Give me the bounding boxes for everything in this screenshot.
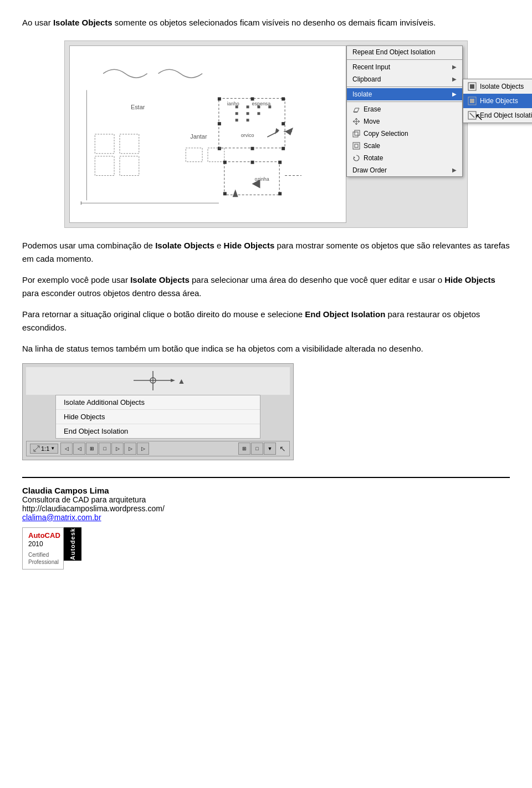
nav-btn-6[interactable]: ▷ bbox=[124, 443, 136, 455]
drawing-area: Estar Jantar bbox=[69, 45, 346, 223]
crosshair-svg bbox=[131, 368, 175, 393]
author-email[interactable]: clalima@matrix.com.br bbox=[22, 513, 510, 522]
p2-text-before: Podemos usar uma combinação de bbox=[22, 241, 155, 250]
arrow-icon: ▶ bbox=[452, 76, 457, 82]
screenshot-status-bar: ▲ Isolate Additional Objects Hide Object… bbox=[22, 363, 510, 460]
menu-item-move[interactable]: Move bbox=[347, 115, 462, 128]
intro-text-before: Ao usar bbox=[22, 18, 53, 27]
menu-item-recent[interactable]: Recent Input ▶ bbox=[347, 61, 462, 73]
intro-paragraph-1: Ao usar Isolate Objects somente os objet… bbox=[22, 17, 510, 29]
body-paragraph-2: Podemos usar uma combinação de Isolate O… bbox=[22, 239, 510, 266]
p5-text: Na linha de status temos também um botão… bbox=[22, 344, 423, 353]
status-popup-menu[interactable]: Isolate Additional Objects Hide Objects … bbox=[55, 395, 260, 439]
svg-rect-10 bbox=[282, 97, 285, 100]
badge-brand: AutoCAD bbox=[28, 531, 58, 541]
submenu-item-isolate-objects[interactable]: Isolate Objects bbox=[463, 79, 532, 94]
svg-marker-47 bbox=[354, 108, 359, 112]
p3-text-mid: para selecionar uma área do desenho que … bbox=[190, 275, 444, 284]
svg-rect-52 bbox=[355, 144, 358, 148]
svg-marker-63 bbox=[171, 379, 175, 382]
svg-rect-50 bbox=[355, 130, 360, 135]
p2-bold-isolate: Isolate Objects bbox=[155, 241, 214, 250]
footer: Claudia Campos Lima Consultora de CAD pa… bbox=[22, 477, 510, 570]
svg-rect-14 bbox=[282, 146, 285, 150]
nav-btn-1[interactable]: ◁ bbox=[60, 443, 73, 455]
author-name: Claudia Campos Lima bbox=[22, 486, 510, 495]
svg-rect-24 bbox=[247, 119, 249, 121]
nav-btn-3[interactable]: ⊞ bbox=[86, 443, 98, 455]
end-isolation-icon bbox=[468, 111, 477, 120]
scroll-arrow: ▲ bbox=[178, 377, 186, 385]
svg-line-59 bbox=[470, 113, 474, 118]
p3-bold-isolate: Isolate Objects bbox=[130, 275, 190, 284]
svg-rect-13 bbox=[218, 146, 221, 150]
badge-professional: Professional bbox=[28, 558, 58, 566]
body-paragraph-3: Por exemplo você pode usar Isolate Objec… bbox=[22, 273, 510, 300]
move-icon bbox=[352, 118, 360, 125]
status-btn-right-3[interactable]: ▼ bbox=[264, 443, 276, 455]
svg-rect-20 bbox=[236, 112, 238, 115]
menu-item-clipboard[interactable]: Clipboard ▶ bbox=[347, 73, 462, 85]
crosshair-area: ▲ bbox=[26, 367, 290, 395]
nav-btn-4[interactable]: □ bbox=[99, 443, 111, 455]
erase-icon bbox=[352, 105, 360, 113]
nav-btn-7[interactable]: ▷ bbox=[137, 443, 149, 455]
scale-indicator[interactable]: 1:1 ▼ bbox=[30, 444, 58, 454]
p4-text-before: Para retornar a situação original clique… bbox=[22, 309, 305, 319]
menu-separator-2 bbox=[347, 87, 462, 87]
copy-icon bbox=[352, 130, 360, 138]
body-paragraph-4: Para retornar a situação original clique… bbox=[22, 308, 510, 334]
nav-btn-5[interactable]: ▷ bbox=[111, 443, 124, 455]
status-right-buttons[interactable]: ⊞ □ ▼ bbox=[238, 443, 276, 455]
svg-rect-11 bbox=[218, 122, 221, 125]
status-popup-item-hide-objects[interactable]: Hide Objects bbox=[56, 410, 260, 424]
scale-icon bbox=[352, 142, 360, 150]
status-btn-right-2[interactable]: □ bbox=[251, 443, 263, 455]
svg-rect-17 bbox=[247, 105, 249, 108]
svg-text:ianho: ianho bbox=[227, 101, 239, 106]
arrow-icon: ▶ bbox=[452, 91, 457, 97]
svg-rect-38 bbox=[278, 160, 282, 164]
menu-item-copy[interactable]: Copy Selection bbox=[347, 128, 462, 140]
svg-rect-55 bbox=[470, 84, 474, 89]
submenu-item-hide-objects[interactable]: Hide Objects bbox=[463, 94, 532, 108]
svg-rect-12 bbox=[282, 122, 285, 125]
scale-icon bbox=[33, 445, 40, 452]
status-popup-item-isolate-additional[interactable]: Isolate Additional Objects bbox=[56, 395, 260, 410]
menu-item-scale[interactable]: Scale bbox=[347, 140, 462, 152]
menu-item-isolate[interactable]: Isolate ▶ bbox=[347, 88, 462, 100]
intro-bold-isolate: Isolate Objects bbox=[53, 18, 112, 27]
nav-buttons[interactable]: ◁ ◁ ⊞ □ ▷ ▷ ▷ bbox=[60, 443, 149, 455]
svg-rect-8 bbox=[218, 97, 221, 100]
menu-item-erase[interactable]: Erase bbox=[347, 103, 462, 115]
nav-btn-2[interactable]: ◁ bbox=[73, 443, 85, 455]
dropdown-arrow: ▼ bbox=[50, 446, 55, 451]
autocad-badge: AutoCAD 2010 Certified Professional bbox=[22, 527, 64, 570]
status-btn-right-1[interactable]: ⊞ bbox=[238, 443, 250, 455]
certification-badges: AutoCAD 2010 Certified Professional Auto… bbox=[22, 527, 510, 570]
svg-rect-23 bbox=[236, 119, 238, 121]
badge-certified: Certified bbox=[28, 551, 58, 558]
status-popup-item-end-isolation[interactable]: End Object Isolation bbox=[56, 424, 260, 438]
menu-item-draworder[interactable]: Draw Order ▶ bbox=[347, 164, 462, 176]
isolate-submenu[interactable]: Isolate Objects Hide Objects End Object … bbox=[463, 79, 532, 123]
submenu-item-end-isolation[interactable]: End Object Isolation bbox=[463, 108, 532, 123]
svg-rect-40 bbox=[278, 192, 282, 195]
svg-rect-51 bbox=[353, 143, 360, 149]
menu-item-repeat[interactable]: Repeat End Object Isolation bbox=[347, 46, 462, 58]
author-title: Consultora de CAD para arquitetura bbox=[22, 495, 510, 504]
svg-rect-15 bbox=[251, 146, 254, 150]
svg-rect-49 bbox=[353, 132, 358, 137]
scale-value: 1:1 bbox=[41, 445, 49, 452]
hide-objects-icon bbox=[468, 96, 477, 105]
body-paragraph-5: Na linha de status temos também um botão… bbox=[22, 342, 510, 355]
p3-text-before: Por exemplo você pode usar bbox=[22, 275, 130, 284]
badge-year: 2010 bbox=[28, 540, 58, 549]
status-bar: 1:1 ▼ ◁ ◁ ⊞ □ ▷ ▷ ▷ ⊞ □ ▼ ↖ bbox=[26, 441, 290, 456]
p4-bold-end: End Object Isolation bbox=[305, 309, 385, 319]
svg-text:Estar: Estar bbox=[131, 104, 145, 110]
context-menu[interactable]: Repeat End Object Isolation Recent Input… bbox=[346, 45, 463, 177]
screenshot-context-menu: Estar Jantar bbox=[22, 40, 510, 228]
menu-item-rotate[interactable]: Rotate bbox=[347, 152, 462, 164]
autodesk-label: Autodesk bbox=[69, 527, 76, 560]
